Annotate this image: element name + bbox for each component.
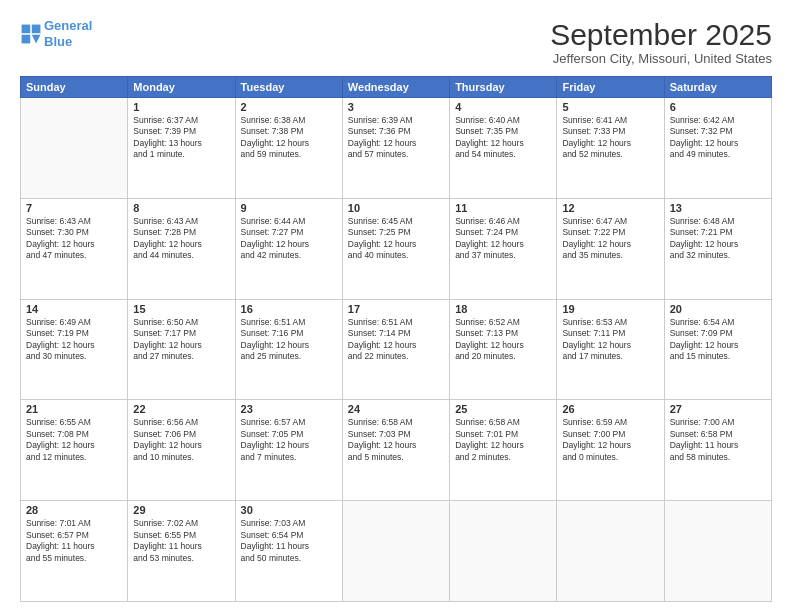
day-content: Sunrise: 7:01 AM Sunset: 6:57 PM Dayligh… (26, 518, 122, 564)
table-row: 14Sunrise: 6:49 AM Sunset: 7:19 PM Dayli… (21, 299, 128, 400)
day-number: 12 (562, 202, 658, 214)
col-sunday: Sunday (21, 77, 128, 98)
day-content: Sunrise: 6:43 AM Sunset: 7:30 PM Dayligh… (26, 216, 122, 262)
day-number: 15 (133, 303, 229, 315)
location: Jefferson City, Missouri, United States (550, 51, 772, 66)
day-number: 4 (455, 101, 551, 113)
logo-text: General Blue (44, 18, 92, 49)
table-row: 5Sunrise: 6:41 AM Sunset: 7:33 PM Daylig… (557, 98, 664, 199)
day-content: Sunrise: 6:48 AM Sunset: 7:21 PM Dayligh… (670, 216, 766, 262)
col-friday: Friday (557, 77, 664, 98)
table-row: 2Sunrise: 6:38 AM Sunset: 7:38 PM Daylig… (235, 98, 342, 199)
table-row: 4Sunrise: 6:40 AM Sunset: 7:35 PM Daylig… (450, 98, 557, 199)
table-row: 3Sunrise: 6:39 AM Sunset: 7:36 PM Daylig… (342, 98, 449, 199)
calendar: Sunday Monday Tuesday Wednesday Thursday… (20, 76, 772, 602)
day-content: Sunrise: 6:39 AM Sunset: 7:36 PM Dayligh… (348, 115, 444, 161)
day-content: Sunrise: 6:51 AM Sunset: 7:14 PM Dayligh… (348, 317, 444, 363)
table-row: 26Sunrise: 6:59 AM Sunset: 7:00 PM Dayli… (557, 400, 664, 501)
day-content: Sunrise: 6:54 AM Sunset: 7:09 PM Dayligh… (670, 317, 766, 363)
day-content: Sunrise: 7:03 AM Sunset: 6:54 PM Dayligh… (241, 518, 337, 564)
day-content: Sunrise: 6:56 AM Sunset: 7:06 PM Dayligh… (133, 417, 229, 463)
day-number: 20 (670, 303, 766, 315)
day-number: 30 (241, 504, 337, 516)
calendar-week-row: 28Sunrise: 7:01 AM Sunset: 6:57 PM Dayli… (21, 501, 772, 602)
month-title: September 2025 (550, 18, 772, 51)
day-number: 24 (348, 403, 444, 415)
table-row (342, 501, 449, 602)
table-row: 30Sunrise: 7:03 AM Sunset: 6:54 PM Dayli… (235, 501, 342, 602)
day-number: 16 (241, 303, 337, 315)
table-row: 6Sunrise: 6:42 AM Sunset: 7:32 PM Daylig… (664, 98, 771, 199)
table-row: 18Sunrise: 6:52 AM Sunset: 7:13 PM Dayli… (450, 299, 557, 400)
day-number: 25 (455, 403, 551, 415)
day-content: Sunrise: 7:00 AM Sunset: 6:58 PM Dayligh… (670, 417, 766, 463)
day-content: Sunrise: 6:47 AM Sunset: 7:22 PM Dayligh… (562, 216, 658, 262)
table-row: 28Sunrise: 7:01 AM Sunset: 6:57 PM Dayli… (21, 501, 128, 602)
day-number: 1 (133, 101, 229, 113)
table-row: 27Sunrise: 7:00 AM Sunset: 6:58 PM Dayli… (664, 400, 771, 501)
logo-icon (20, 23, 42, 45)
table-row: 1Sunrise: 6:37 AM Sunset: 7:39 PM Daylig… (128, 98, 235, 199)
day-content: Sunrise: 6:57 AM Sunset: 7:05 PM Dayligh… (241, 417, 337, 463)
table-row: 25Sunrise: 6:58 AM Sunset: 7:01 PM Dayli… (450, 400, 557, 501)
day-number: 29 (133, 504, 229, 516)
table-row (450, 501, 557, 602)
day-number: 27 (670, 403, 766, 415)
page: General Blue September 2025 Jefferson Ci… (0, 0, 792, 612)
day-number: 14 (26, 303, 122, 315)
day-content: Sunrise: 6:40 AM Sunset: 7:35 PM Dayligh… (455, 115, 551, 161)
table-row: 21Sunrise: 6:55 AM Sunset: 7:08 PM Dayli… (21, 400, 128, 501)
day-number: 22 (133, 403, 229, 415)
svg-rect-0 (22, 24, 31, 33)
day-content: Sunrise: 6:51 AM Sunset: 7:16 PM Dayligh… (241, 317, 337, 363)
day-number: 3 (348, 101, 444, 113)
table-row: 22Sunrise: 6:56 AM Sunset: 7:06 PM Dayli… (128, 400, 235, 501)
day-content: Sunrise: 6:49 AM Sunset: 7:19 PM Dayligh… (26, 317, 122, 363)
day-number: 9 (241, 202, 337, 214)
day-content: Sunrise: 6:55 AM Sunset: 7:08 PM Dayligh… (26, 417, 122, 463)
col-wednesday: Wednesday (342, 77, 449, 98)
day-number: 6 (670, 101, 766, 113)
table-row: 17Sunrise: 6:51 AM Sunset: 7:14 PM Dayli… (342, 299, 449, 400)
table-row (664, 501, 771, 602)
day-content: Sunrise: 6:42 AM Sunset: 7:32 PM Dayligh… (670, 115, 766, 161)
day-content: Sunrise: 6:45 AM Sunset: 7:25 PM Dayligh… (348, 216, 444, 262)
day-number: 28 (26, 504, 122, 516)
col-tuesday: Tuesday (235, 77, 342, 98)
table-row: 10Sunrise: 6:45 AM Sunset: 7:25 PM Dayli… (342, 198, 449, 299)
calendar-week-row: 14Sunrise: 6:49 AM Sunset: 7:19 PM Dayli… (21, 299, 772, 400)
table-row: 19Sunrise: 6:53 AM Sunset: 7:11 PM Dayli… (557, 299, 664, 400)
day-number: 18 (455, 303, 551, 315)
svg-marker-3 (32, 34, 41, 43)
table-row: 9Sunrise: 6:44 AM Sunset: 7:27 PM Daylig… (235, 198, 342, 299)
day-content: Sunrise: 6:50 AM Sunset: 7:17 PM Dayligh… (133, 317, 229, 363)
logo-line2: Blue (44, 34, 72, 49)
logo: General Blue (20, 18, 92, 49)
calendar-week-row: 1Sunrise: 6:37 AM Sunset: 7:39 PM Daylig… (21, 98, 772, 199)
day-content: Sunrise: 6:38 AM Sunset: 7:38 PM Dayligh… (241, 115, 337, 161)
day-content: Sunrise: 6:58 AM Sunset: 7:01 PM Dayligh… (455, 417, 551, 463)
calendar-header-row: Sunday Monday Tuesday Wednesday Thursday… (21, 77, 772, 98)
day-content: Sunrise: 6:52 AM Sunset: 7:13 PM Dayligh… (455, 317, 551, 363)
day-number: 17 (348, 303, 444, 315)
table-row: 11Sunrise: 6:46 AM Sunset: 7:24 PM Dayli… (450, 198, 557, 299)
day-content: Sunrise: 6:41 AM Sunset: 7:33 PM Dayligh… (562, 115, 658, 161)
table-row: 12Sunrise: 6:47 AM Sunset: 7:22 PM Dayli… (557, 198, 664, 299)
day-content: Sunrise: 6:46 AM Sunset: 7:24 PM Dayligh… (455, 216, 551, 262)
day-number: 11 (455, 202, 551, 214)
day-content: Sunrise: 6:43 AM Sunset: 7:28 PM Dayligh… (133, 216, 229, 262)
day-number: 13 (670, 202, 766, 214)
day-number: 23 (241, 403, 337, 415)
header: General Blue September 2025 Jefferson Ci… (20, 18, 772, 66)
table-row: 7Sunrise: 6:43 AM Sunset: 7:30 PM Daylig… (21, 198, 128, 299)
day-number: 21 (26, 403, 122, 415)
table-row: 20Sunrise: 6:54 AM Sunset: 7:09 PM Dayli… (664, 299, 771, 400)
day-content: Sunrise: 7:02 AM Sunset: 6:55 PM Dayligh… (133, 518, 229, 564)
day-content: Sunrise: 6:37 AM Sunset: 7:39 PM Dayligh… (133, 115, 229, 161)
table-row: 15Sunrise: 6:50 AM Sunset: 7:17 PM Dayli… (128, 299, 235, 400)
day-number: 8 (133, 202, 229, 214)
table-row (21, 98, 128, 199)
day-number: 2 (241, 101, 337, 113)
day-content: Sunrise: 6:59 AM Sunset: 7:00 PM Dayligh… (562, 417, 658, 463)
table-row: 13Sunrise: 6:48 AM Sunset: 7:21 PM Dayli… (664, 198, 771, 299)
